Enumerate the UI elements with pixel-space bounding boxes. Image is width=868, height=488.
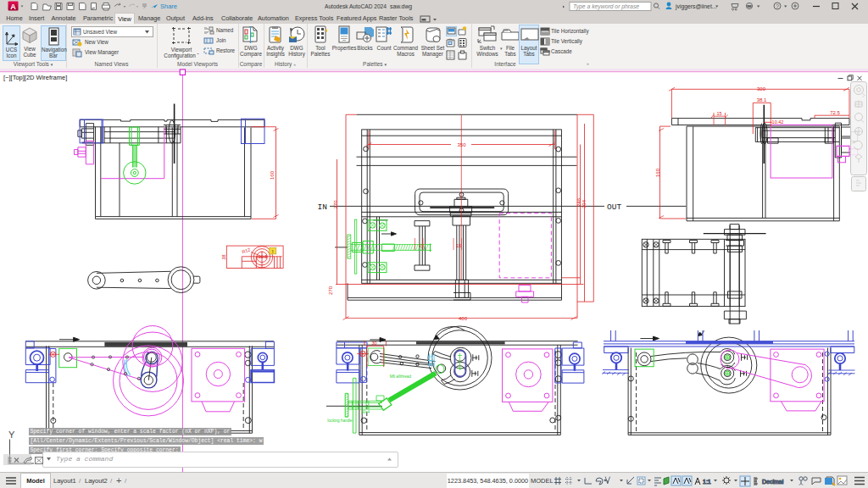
svg-text:30: 30 [371,341,376,346]
svg-text:270: 270 [328,286,333,295]
svg-text:30x4: 30x4 [361,410,370,414]
svg-text:30.5: 30.5 [259,254,268,259]
svg-text:saw.dwg: saw.dwg [390,3,412,10]
svg-text:jviggers@iinet...: jviggers@iinet... [675,3,717,10]
svg-text:38: 38 [221,254,226,259]
svg-text:?: ? [776,3,779,9]
svg-text:350: 350 [457,142,466,147]
svg-text:160: 160 [270,170,275,180]
svg-text:M6 allthread: M6 allthread [390,374,412,379]
svg-text:IN: IN [318,202,327,212]
svg-text:15: 15 [716,111,721,116]
svg-text:300: 300 [757,86,766,92]
svg-text:Type a keyword or phrase: Type a keyword or phrase [573,3,639,10]
svg-text:locking handle: locking handle [327,419,353,423]
svg-text:R12: R12 [242,247,252,254]
svg-text:15: 15 [419,243,424,248]
svg-text:Autodesk AutoCAD 2024: Autodesk AutoCAD 2024 [325,3,387,9]
svg-text:Decimal: Decimal [762,479,784,485]
svg-text:1:1: 1:1 [703,479,711,485]
svg-text:270: 270 [333,200,338,209]
svg-text:72.5: 72.5 [830,110,840,115]
svg-text:160: 160 [655,168,660,177]
svg-text:400: 400 [459,316,468,321]
svg-text:!: ! [272,249,274,254]
svg-text:304: 304 [581,199,587,208]
svg-text:Share: Share [160,3,177,10]
svg-text:10.42: 10.42 [772,119,784,125]
svg-text:15: 15 [456,243,461,248]
svg-text:OUT: OUT [607,202,621,212]
svg-text:Y: Y [8,430,15,440]
svg-text:38.1: 38.1 [757,97,767,103]
svg-text:A: A [10,3,16,11]
